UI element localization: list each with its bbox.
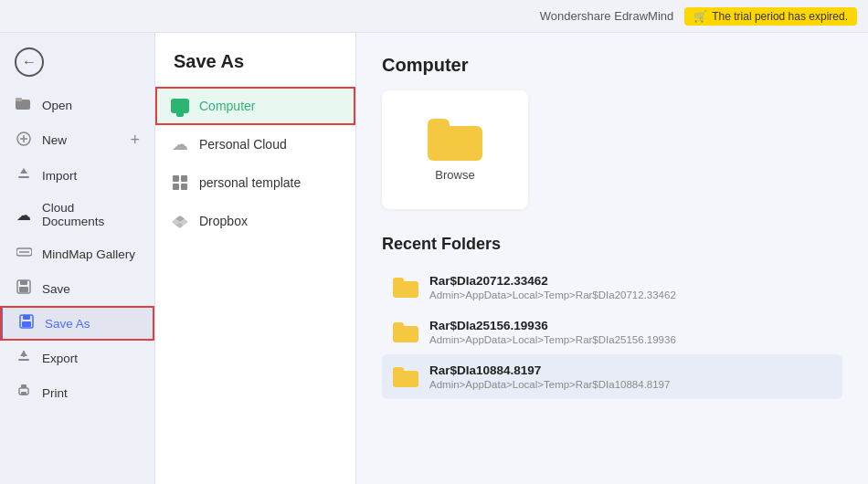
trial-badge[interactable]: 🛒 The trial period has expired. — [684, 7, 857, 26]
sidebar-import-label: Import — [42, 169, 77, 183]
main-layout: ← Open New + Import ☁ Cloud D — [0, 33, 868, 484]
browse-folder-icon — [428, 119, 482, 161]
folder-small-icon-1 — [393, 278, 418, 298]
panel-personal-template-label: personal template — [199, 175, 301, 190]
folder-small-icon-3 — [393, 367, 418, 387]
svg-rect-1 — [16, 98, 22, 101]
panel-computer-label: Computer — [199, 99, 255, 113]
svg-marker-6 — [20, 168, 27, 174]
svg-rect-13 — [23, 315, 30, 320]
panel-item-personal-template[interactable]: personal template — [155, 163, 355, 202]
mindmap-icon — [15, 245, 33, 263]
back-button[interactable]: ← — [15, 47, 44, 77]
sidebar-export-label: Export — [42, 352, 78, 365]
sidebar-item-saveas[interactable]: Save As — [0, 306, 154, 341]
folder-name-2: Rar$DIa25156.19936 — [429, 319, 676, 332]
svg-rect-5 — [18, 176, 29, 178]
export-icon — [15, 349, 33, 367]
folder-path-1: Admin>AppData>Local>Temp>Rar$DIa20712.33… — [429, 289, 676, 300]
folder-small-icon-2 — [393, 322, 418, 342]
save-icon — [15, 279, 33, 298]
computer-icon — [170, 96, 190, 116]
recent-folder-3[interactable]: Rar$DIa10884.8197 Admin>AppData>Local>Te… — [382, 354, 842, 399]
middle-panel: Save As Computer ☁ Personal Cloud person… — [155, 33, 356, 484]
sidebar-item-cloud[interactable]: ☁ Cloud Documents — [0, 193, 154, 237]
open-icon — [15, 96, 33, 114]
svg-rect-14 — [22, 321, 31, 327]
personal-cloud-icon: ☁ — [170, 134, 190, 154]
recent-folder-1[interactable]: Rar$DIa20712.33462 Admin>AppData>Local>T… — [382, 265, 842, 310]
sidebar-item-mindmap[interactable]: MindMap Gallery — [0, 237, 154, 271]
cart-icon: 🛒 — [693, 10, 707, 23]
sidebar-item-new[interactable]: New + — [0, 122, 154, 158]
folder-info-1: Rar$DIa20712.33462 Admin>AppData>Local>T… — [429, 274, 676, 300]
svg-rect-11 — [19, 287, 28, 292]
sidebar-new-label: New — [42, 133, 67, 147]
import-icon — [15, 166, 33, 184]
folder-info-3: Rar$DIa10884.8197 Admin>AppData>Local>Te… — [429, 363, 670, 390]
computer-section-title: Computer — [382, 55, 842, 76]
new-icon — [15, 132, 33, 150]
saveas-icon — [17, 314, 36, 332]
folder-path-2: Admin>AppData>Local>Temp>Rar$DIa25156.19… — [429, 334, 676, 345]
svg-rect-19 — [21, 384, 26, 388]
panel-item-computer[interactable]: Computer — [155, 87, 355, 125]
sidebar-item-export[interactable]: Export — [0, 341, 154, 375]
panel-dropbox-label: Dropbox — [199, 214, 248, 228]
browse-card[interactable]: Browse — [382, 90, 528, 209]
trial-text: The trial period has expired. — [712, 10, 848, 23]
recent-folders-title: Recent Folders — [382, 235, 842, 254]
sidebar-open-label: Open — [42, 99, 72, 112]
svg-rect-20 — [21, 392, 26, 395]
dropbox-icon — [170, 211, 190, 231]
browse-label: Browse — [435, 168, 474, 182]
folder-path-3: Admin>AppData>Local>Temp>Rar$DIa10884.81… — [429, 379, 670, 390]
new-plus-icon: + — [130, 131, 140, 150]
topbar: Wondershare EdrawMind 🛒 The trial period… — [0, 0, 868, 33]
print-icon — [15, 384, 33, 402]
cloud-icon: ☁ — [15, 206, 33, 224]
sidebar-cloud-label: Cloud Documents — [42, 201, 140, 228]
svg-rect-10 — [20, 280, 27, 285]
brand-name: Wondershare EdrawMind — [540, 9, 673, 23]
sidebar-item-open[interactable]: Open — [0, 88, 154, 122]
sidebar-save-label: Save — [42, 282, 70, 296]
sidebar-item-save[interactable]: Save — [0, 271, 154, 306]
sidebar-mindmap-label: MindMap Gallery — [42, 247, 135, 261]
sidebar-saveas-label: Save As — [45, 317, 90, 331]
panel-personal-cloud-label: Personal Cloud — [199, 137, 287, 152]
folder-info-2: Rar$DIa25156.19936 Admin>AppData>Local>T… — [429, 319, 676, 345]
folder-name-1: Rar$DIa20712.33462 — [429, 274, 676, 288]
back-button-container[interactable]: ← — [0, 40, 154, 84]
recent-folder-2[interactable]: Rar$DIa25156.19936 Admin>AppData>Local>T… — [382, 310, 842, 354]
personal-template-icon — [170, 173, 190, 193]
sidebar-item-print[interactable]: Print — [0, 375, 154, 410]
right-panel: Computer Browse Recent Folders Rar$DIa20… — [356, 33, 868, 484]
sidebar-print-label: Print — [42, 386, 68, 400]
panel-item-dropbox[interactable]: Dropbox — [155, 202, 355, 240]
sidebar: ← Open New + Import ☁ Cloud D — [0, 33, 155, 484]
sidebar-item-import[interactable]: Import — [0, 158, 154, 193]
folder-name-3: Rar$DIa10884.8197 — [429, 363, 670, 377]
panel-item-personal-cloud[interactable]: ☁ Personal Cloud — [155, 125, 355, 163]
svg-rect-15 — [18, 359, 29, 361]
panel-title: Save As — [155, 51, 355, 87]
